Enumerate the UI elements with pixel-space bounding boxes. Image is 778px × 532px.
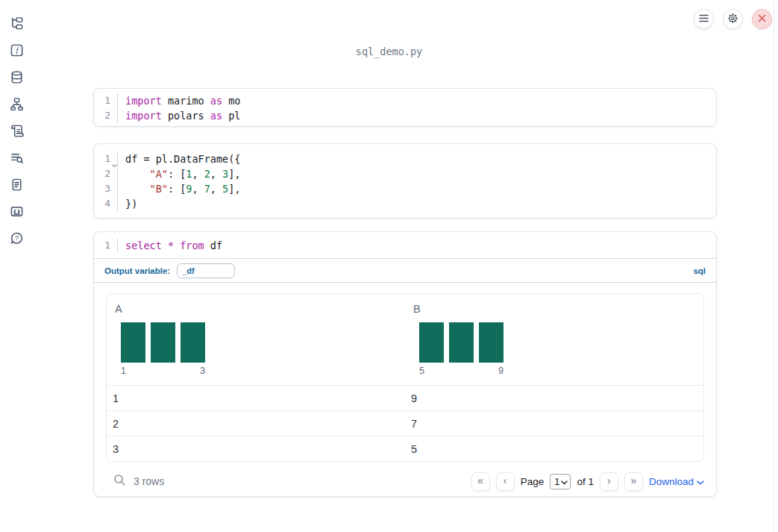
- line-number: 2: [94, 166, 117, 181]
- sidebar-item-datasources[interactable]: [7, 69, 25, 87]
- gear-icon: [727, 13, 738, 26]
- code-cell-dataframe[interactable]: 1 2 3 4 df = pl.DataFrame({ "A": [1, 2, …: [93, 143, 717, 219]
- code-editor[interactable]: 1 2 3 4 df = pl.DataFrame({ "A": [1, 2, …: [94, 144, 716, 219]
- code-token: select: [125, 240, 162, 251]
- table-header: A 1 3 B: [107, 294, 703, 385]
- column-histogram: 5 9: [419, 322, 703, 376]
- column-label[interactable]: B: [413, 303, 703, 315]
- code-area[interactable]: df = pl.DataFrame({ "A": [1, 2, 3], "B":…: [118, 151, 716, 211]
- document-icon: [10, 178, 24, 194]
- code-line: "A": [1, 2, 3],: [125, 166, 716, 181]
- code-token: mo: [222, 95, 240, 107]
- code-token: [162, 240, 168, 251]
- output-variable-input[interactable]: [177, 263, 235, 278]
- chevron-down-icon: [561, 476, 568, 487]
- axis-min-label: 1: [121, 366, 126, 376]
- code-token: as: [210, 110, 222, 122]
- histogram-bar: [121, 322, 145, 363]
- code-token: ,: [192, 168, 204, 180]
- last-page-button[interactable]: »: [624, 472, 643, 491]
- double-chevron-right-icon: »: [631, 475, 637, 486]
- sql-cell-options-bar: Output variable: sql: [94, 259, 716, 283]
- table-cell: 7: [405, 418, 703, 430]
- code-editor[interactable]: 1 2 import marimo as mo import polars as…: [94, 89, 716, 127]
- table-row[interactable]: 3 5: [107, 436, 703, 461]
- line-number-gutter: 1: [94, 238, 118, 253]
- shutdown-button[interactable]: [752, 9, 772, 29]
- code-line: df = pl.DataFrame({: [125, 151, 716, 166]
- code-token: [125, 168, 150, 180]
- column-header-a[interactable]: A 1 3: [107, 301, 405, 385]
- row-count: 3 rows: [134, 475, 164, 487]
- language-badge: sql: [693, 266, 706, 275]
- axis-max-label: 3: [200, 366, 205, 376]
- sidebar-item-logs[interactable]: [7, 123, 25, 141]
- column-label[interactable]: A: [115, 303, 405, 315]
- line-number-gutter: 1 2: [94, 93, 118, 123]
- code-token: [174, 240, 180, 251]
- sidebar-item-snippets[interactable]: [7, 204, 25, 222]
- code-token: ,: [210, 168, 222, 180]
- histogram-bar: [419, 322, 444, 363]
- page-label: Page: [521, 476, 545, 487]
- first-page-button[interactable]: «: [471, 472, 490, 491]
- next-page-button[interactable]: ›: [600, 472, 618, 491]
- sidebar-item-tracing[interactable]: [7, 150, 25, 168]
- code-token: : [: [168, 168, 186, 180]
- code-area[interactable]: select * from df: [118, 238, 716, 253]
- chevron-left-icon: ‹: [503, 475, 507, 486]
- code-token: [125, 183, 150, 195]
- sidebar-item-dependency-graph[interactable]: [7, 96, 25, 114]
- notebook-filename[interactable]: sql_demo.py: [0, 46, 778, 57]
- code-token: import: [125, 110, 162, 122]
- database-icon: [10, 70, 24, 87]
- settings-button[interactable]: [723, 9, 743, 29]
- axis-max-label: 9: [498, 366, 503, 376]
- code-token: df = pl.DataFrame({: [125, 153, 240, 165]
- page-select[interactable]: 1: [550, 474, 571, 489]
- table-cell: 9: [405, 392, 703, 404]
- code-token: ,: [210, 183, 222, 195]
- histogram-bars: [121, 322, 405, 363]
- dependency-graph-icon: [10, 97, 24, 113]
- code-area[interactable]: import marimo as mo import polars as pl: [118, 93, 716, 123]
- line-number: 1: [94, 238, 117, 253]
- column-header-b[interactable]: B 5 9: [405, 301, 703, 385]
- code-token: as: [210, 95, 222, 107]
- sidebar-item-help[interactable]: ?: [7, 231, 25, 248]
- line-number: 2: [94, 108, 117, 123]
- code-line: }): [125, 196, 716, 211]
- list-search-icon: [10, 151, 24, 167]
- scrollbar-track[interactable]: [774, 0, 774, 532]
- dataframe-table: A 1 3 B: [106, 293, 704, 462]
- table-cell: 2: [107, 418, 405, 430]
- sidebar-item-file-explorer[interactable]: [7, 16, 25, 34]
- code-line: select * from df: [125, 238, 716, 253]
- code-token: : [: [168, 183, 186, 195]
- code-line: import marimo as mo: [125, 93, 716, 108]
- code-token: ,: [192, 183, 204, 195]
- download-label: Download: [649, 476, 694, 487]
- close-icon: [758, 13, 766, 25]
- menu-button[interactable]: [694, 9, 714, 29]
- table-row[interactable]: 1 9: [107, 385, 703, 410]
- download-button[interactable]: Download: [649, 476, 704, 487]
- search-icon[interactable]: [113, 474, 126, 489]
- code-token: df: [204, 240, 222, 251]
- sql-editor[interactable]: 1 select * from df: [94, 232, 716, 259]
- line-number: 3: [94, 181, 117, 196]
- histogram-bar: [151, 322, 175, 363]
- code-line: import polars as pl: [125, 108, 716, 123]
- histogram-bar: [181, 322, 205, 363]
- sidebar-item-documentation[interactable]: [7, 177, 25, 195]
- cell-output-area: A 1 3 B: [94, 283, 716, 495]
- code-token: ],: [228, 168, 240, 180]
- histogram-bar: [449, 322, 474, 363]
- code-token: import: [125, 95, 162, 107]
- code-cell-imports[interactable]: 1 2 import marimo as mo import polars as…: [93, 88, 717, 127]
- code-token: 2: [204, 168, 210, 180]
- sql-cell[interactable]: 1 select * from df Output variable: sql …: [93, 231, 717, 497]
- table-row[interactable]: 2 7: [107, 410, 703, 436]
- code-token: 7: [204, 183, 210, 195]
- prev-page-button[interactable]: ‹: [496, 472, 515, 491]
